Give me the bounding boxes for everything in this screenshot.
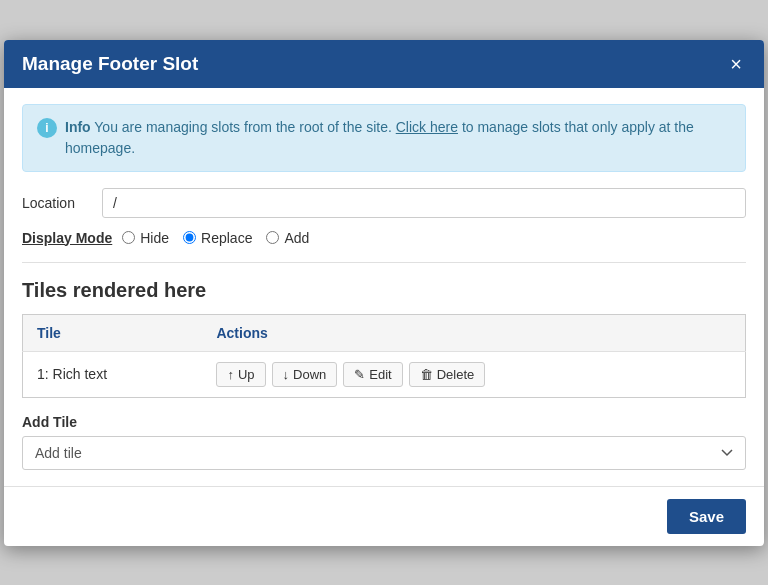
tile-actions-cell: ↑ Up ↓ Down ✎ Edit xyxy=(202,351,745,397)
radio-add-input[interactable] xyxy=(266,231,279,244)
display-mode-row: Display Mode Hide Replace Add xyxy=(22,230,746,263)
add-tile-select[interactable]: Add tile xyxy=(22,436,746,470)
close-button[interactable]: × xyxy=(726,54,746,74)
modal-container: Manage Footer Slot × i Info You are mana… xyxy=(4,40,764,546)
modal-title: Manage Footer Slot xyxy=(22,53,198,75)
save-button[interactable]: Save xyxy=(667,499,746,534)
add-tile-label: Add Tile xyxy=(22,414,746,430)
edit-button[interactable]: ✎ Edit xyxy=(343,362,402,387)
down-button[interactable]: ↓ Down xyxy=(272,362,338,387)
delete-button[interactable]: 🗑 Delete xyxy=(409,362,486,387)
edit-pencil-icon: ✎ xyxy=(354,367,365,382)
info-bold: Info xyxy=(65,119,91,135)
table-header-row: Tile Actions xyxy=(23,314,746,351)
radio-replace[interactable]: Replace xyxy=(183,230,252,246)
radio-hide-input[interactable] xyxy=(122,231,135,244)
location-row: Location xyxy=(22,188,746,218)
radio-replace-input[interactable] xyxy=(183,231,196,244)
radio-add-label: Add xyxy=(284,230,309,246)
up-arrow-icon: ↑ xyxy=(227,367,234,382)
display-mode-label: Display Mode xyxy=(22,230,112,246)
actions-cell: ↑ Up ↓ Down ✎ Edit xyxy=(216,362,731,387)
down-arrow-icon: ↓ xyxy=(283,367,290,382)
location-input[interactable] xyxy=(102,188,746,218)
add-tile-section: Add Tile Add tile xyxy=(22,414,746,470)
col-tile: Tile xyxy=(23,314,203,351)
radio-group: Hide Replace Add xyxy=(122,230,309,246)
tiles-section-title: Tiles rendered here xyxy=(22,279,746,302)
modal-footer: Save xyxy=(4,486,764,546)
up-label: Up xyxy=(238,367,255,382)
radio-add[interactable]: Add xyxy=(266,230,309,246)
delete-trash-icon: 🗑 xyxy=(420,367,433,382)
table-row: 1: Rich text ↑ Up ↓ Down xyxy=(23,351,746,397)
col-actions: Actions xyxy=(202,314,745,351)
radio-hide-label: Hide xyxy=(140,230,169,246)
info-message: You are managing slots from the root of … xyxy=(94,119,392,135)
down-label: Down xyxy=(293,367,326,382)
radio-hide[interactable]: Hide xyxy=(122,230,169,246)
radio-replace-label: Replace xyxy=(201,230,252,246)
info-link[interactable]: Click here xyxy=(396,119,458,135)
tile-name: 1: Rich text xyxy=(23,351,203,397)
edit-label: Edit xyxy=(369,367,391,382)
location-label: Location xyxy=(22,195,102,211)
modal-body: i Info You are managing slots from the r… xyxy=(4,88,764,486)
info-banner: i Info You are managing slots from the r… xyxy=(22,104,746,172)
info-icon: i xyxy=(37,118,57,138)
tiles-table: Tile Actions 1: Rich text ↑ Up xyxy=(22,314,746,398)
delete-label: Delete xyxy=(437,367,475,382)
modal-header: Manage Footer Slot × xyxy=(4,40,764,88)
up-button[interactable]: ↑ Up xyxy=(216,362,265,387)
info-text: Info You are managing slots from the roo… xyxy=(65,117,731,159)
